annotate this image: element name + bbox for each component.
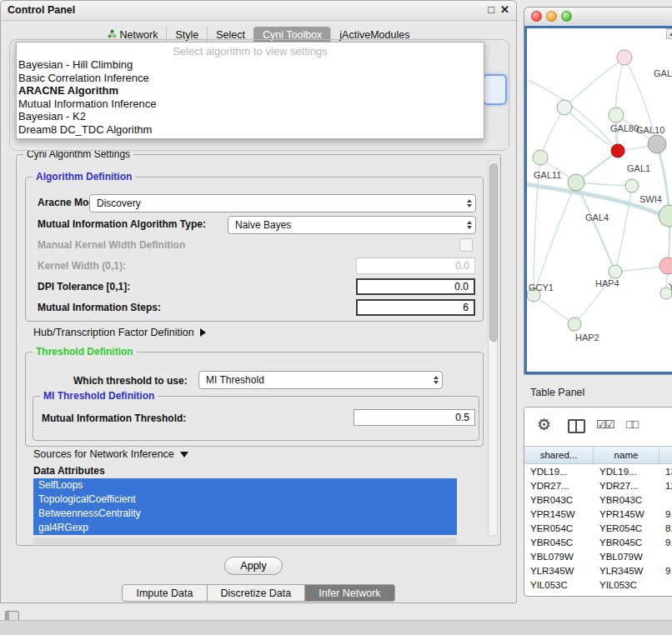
attribute-item-selfloops[interactable]: SelfLoops <box>33 478 457 492</box>
network-node[interactable] <box>611 144 624 158</box>
table-cell: YLR345W <box>594 564 659 578</box>
aracne-mode-select[interactable]: Discovery <box>89 194 476 212</box>
table-row[interactable]: YPR145WYPR145W9. <box>524 508 672 522</box>
network-edge[interactable] <box>564 58 624 108</box>
network-edge[interactable] <box>534 182 576 295</box>
control-panel-titlebar: Control Panel □ ✕ <box>1 1 516 21</box>
settings-scrollbar[interactable] <box>488 160 498 537</box>
table-cell: YPR145W <box>594 508 659 522</box>
table-row[interactable]: YDL19...YDL19...13 <box>524 465 672 479</box>
network-node[interactable] <box>557 100 572 115</box>
attribute-item-gal4rgexp[interactable]: gal4RGexp <box>33 521 457 535</box>
hidden-focused-button-fragment <box>483 74 507 105</box>
attribute-item-betweennesscentrality[interactable]: BetweennessCentrality <box>33 507 457 521</box>
close-icon[interactable]: ✕ <box>500 3 509 16</box>
network-edge[interactable] <box>534 295 574 324</box>
mac-minimize-icon[interactable] <box>546 11 557 22</box>
network-node[interactable] <box>659 205 672 227</box>
node-label-hap4: HAP4 <box>595 278 619 288</box>
network-node[interactable] <box>568 318 581 331</box>
table-cell <box>659 578 672 592</box>
network-node[interactable] <box>568 174 584 191</box>
scroll-up-icon[interactable]: ▲ <box>666 28 672 39</box>
threshold-definition-legend: Threshold Definition <box>33 346 137 358</box>
columns-icon[interactable] <box>568 419 585 433</box>
algorithm-option-bayesian-k2[interactable]: Bayesian - K2 <box>17 110 484 123</box>
mi-type-select[interactable]: Naive Bayes <box>228 216 476 234</box>
attribute-item-topologicalcoefficient[interactable]: TopologicalCoefficient <box>33 492 457 507</box>
table-cell: YDL19... <box>594 465 659 479</box>
algorithm-option-bayesian-hill-climbing[interactable]: Bayesian - Hill Climbing <box>17 58 484 72</box>
float-window-icon[interactable]: □ <box>488 3 494 16</box>
table-cell: YPR145W <box>524 508 594 522</box>
algorithm-option-basic-correlation-inference[interactable]: Basic Correlation Inference <box>17 72 484 85</box>
network-node[interactable] <box>609 108 624 122</box>
column-header-name[interactable]: name <box>594 447 659 463</box>
column-header-extra[interactable] <box>659 447 672 463</box>
mi-steps-input[interactable] <box>356 299 475 316</box>
sources-toggle[interactable]: Sources for Network Inference <box>33 448 188 460</box>
bottom-tab-infer-network[interactable]: Infer Network <box>305 584 394 602</box>
node-label-hap2: HAP2 <box>575 332 599 342</box>
hub-definition-toggle[interactable]: Hub/Transcription Factor Definition <box>33 327 206 338</box>
data-attributes-list: SelfLoopsTopologicalCoefficientBetweenne… <box>33 478 457 535</box>
settings-scrollbar-thumb[interactable] <box>489 163 498 342</box>
table-cell: YBL079W <box>594 550 659 564</box>
network-edge[interactable] <box>527 74 618 151</box>
bottom-tab-impute-data[interactable]: Impute Data <box>122 584 207 602</box>
network-window-titlebar[interactable] <box>524 8 672 27</box>
dpi-tolerance-input[interactable] <box>356 278 475 295</box>
kernel-width-input[interactable] <box>356 258 475 274</box>
mac-zoom-icon[interactable] <box>561 11 572 22</box>
stepper-arrows-icon <box>434 376 439 384</box>
column-header-shared[interactable]: shared... <box>524 447 594 463</box>
table-row[interactable]: YDR27...YDR27...12 <box>524 479 672 493</box>
deselect-all-columns-icon[interactable]: □□ <box>626 418 637 431</box>
select-all-columns-icon[interactable]: ☑☑ <box>596 418 614 431</box>
network-view-frame: GAL8GAL80GAL10GAL11GAL1SWI4GAL4GCY1HAP4H… <box>524 26 672 374</box>
table-row[interactable]: YIL053CYIL053C <box>524 578 672 592</box>
table-row[interactable]: YBL079WYBL079W <box>524 550 672 564</box>
node-label-gal11: GAL11 <box>534 170 561 180</box>
chevron-down-icon <box>180 452 188 458</box>
node-label-gal10: GAL10 <box>636 125 664 135</box>
algorithm-definition-legend: Algorithm Definition <box>33 171 135 182</box>
table-row[interactable]: YBR043CYBR043C <box>524 493 672 508</box>
which-threshold-select[interactable]: MI Threshold <box>198 371 443 389</box>
network-node[interactable] <box>609 265 622 278</box>
apply-button[interactable]: Apply <box>224 557 283 575</box>
network-node[interactable] <box>659 258 672 274</box>
hub-definition-label: Hub/Transcription Factor Definition <box>33 327 194 338</box>
algorithm-option-aracne-algorithm[interactable]: ARACNE Algorithm <box>17 84 484 98</box>
node-label-gal4: GAL4 <box>585 212 609 222</box>
mi-threshold-input[interactable] <box>354 409 475 426</box>
mi-threshold-group: MI Threshold Definition Mutual Informati… <box>33 396 479 441</box>
table-row[interactable]: YBR045CYBR045C9. <box>524 536 672 550</box>
network-node[interactable] <box>617 50 632 65</box>
table-row[interactable]: YER054CYER054C8. <box>524 522 672 536</box>
manual-kernel-checkbox[interactable] <box>459 238 473 252</box>
algorithm-dropdown-prompt: Select algorithm to view settings <box>17 44 484 58</box>
network-edge[interactable] <box>540 108 564 158</box>
control-panel-window: Control Panel □ ✕ NetworkStyleSelectCyni… <box>0 0 517 603</box>
table-row[interactable]: YLR345WYLR345W9. <box>524 564 672 578</box>
mi-type-label: Mutual Information Algorithm Type: <box>38 218 206 230</box>
gear-icon[interactable]: ⚙ <box>537 415 551 434</box>
algorithm-option-mutual-information-inference[interactable]: Mutual Information Inference <box>17 98 484 111</box>
network-node[interactable] <box>625 179 639 192</box>
table-cell: YBL079W <box>524 550 594 564</box>
network-node[interactable] <box>648 135 666 153</box>
attributes-horizontal-scrollbar[interactable] <box>33 538 457 544</box>
mac-close-icon[interactable] <box>531 11 542 22</box>
network-edge[interactable] <box>615 58 624 151</box>
network-node[interactable] <box>533 150 548 165</box>
table-panel-label: Table Panel <box>530 387 584 398</box>
network-canvas[interactable]: GAL8GAL80GAL10GAL11GAL1SWI4GAL4GCY1HAP4H… <box>527 28 672 372</box>
node-label-gal80: GAL80 <box>610 123 639 133</box>
table-header-row: shared...name <box>524 446 672 464</box>
algorithm-option-dream8-dc-tdc-algorithm[interactable]: Dream8 DC_TDC Algorithm <box>17 123 484 137</box>
bottom-tab-discretize-data[interactable]: Discretize Data <box>208 584 306 602</box>
table-cell: 8. <box>659 522 672 536</box>
algorithm-dropdown-popup: Select algorithm to view settings Bayesi… <box>16 42 484 139</box>
chevron-right-icon <box>200 328 206 337</box>
